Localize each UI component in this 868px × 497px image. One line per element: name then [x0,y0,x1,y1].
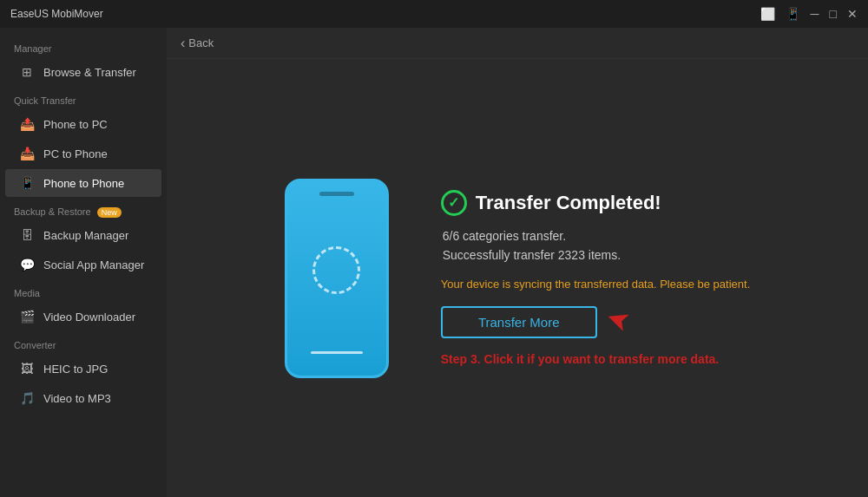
phone-circle [312,246,360,294]
sidebar-item-pc-to-phone[interactable]: 📥 PC to Phone [5,140,161,167]
section-converter: Converter [0,331,167,354]
window-controls: ⬜ 📱 ─ □ ✕ [760,7,858,21]
back-label: Back [188,36,214,49]
section-backup: Backup & Restore New [0,198,167,220]
phone-top-bar [319,192,354,196]
new-badge: New [97,207,122,218]
section-media: Media [0,279,167,302]
stats-line2: Successfully transfer 2323 items. [443,245,751,265]
sync-note: Your device is syncing the transferred d… [441,276,751,293]
social-icon: 💬 [19,257,35,272]
section-manager: Manager [0,35,167,57]
sidebar-item-video-downloader[interactable]: 🎬 Video Downloader [5,303,161,330]
result-stats: 6/6 categories transfer. Successfully tr… [441,226,751,265]
step-label: Step 3. Click it if you want to transfer… [441,352,751,366]
video-icon: 🎬 [19,309,35,324]
sidebar-item-social-app-manager[interactable]: 💬 Social App Manager [5,251,161,278]
nav-label-heic-to-jpg: HEIC to JPG [43,363,108,376]
arrow-area: Transfer More ➤ [441,303,751,338]
back-chevron-icon: ‹ [181,36,185,51]
nav-label-phone-to-pc: Phone to PC [43,118,108,131]
sidebar-item-heic-to-jpg[interactable]: 🖼 HEIC to JPG [5,355,161,383]
transfer-more-button[interactable]: Transfer More [441,306,597,338]
sidebar: Manager ⊞ Browse & Transfer Quick Transf… [0,28,167,497]
result-panel: ✓ Transfer Completed! 6/6 categories tra… [441,190,751,366]
stats-line1: 6/6 categories transfer. [443,226,751,245]
nav-label-video-to-mp3: Video to MP3 [43,392,111,405]
nav-label-video-downloader: Video Downloader [43,311,135,324]
nav-label-social-app-manager: Social App Manager [43,258,144,271]
arrow-icon: ➤ [601,301,634,340]
main-layout: Manager ⊞ Browse & Transfer Quick Transf… [0,28,868,497]
phone-bottom-bar [311,351,363,354]
section-quick-transfer: Quick Transfer [0,87,167,109]
sidebar-item-browse-transfer[interactable]: ⊞ Browse & Transfer [5,58,161,86]
check-circle-icon: ✓ [441,190,467,216]
sidebar-item-video-to-mp3[interactable]: 🎵 Video to MP3 [5,384,161,412]
nav-label-pc-to-phone: PC to Phone [43,147,108,160]
close-icon[interactable]: ✕ [847,7,858,21]
title-bar: EaseUS MobiMover ⬜ 📱 ─ □ ✕ [0,0,868,28]
result-title: ✓ Transfer Completed! [441,190,751,216]
image-icon: 🖼 [19,361,35,376]
nav-label-phone-to-phone: Phone to Phone [43,177,124,190]
phone-transfer-icon: 📱 [19,175,35,191]
content-header: ‹ Back [167,28,868,59]
minimize-icon[interactable]: ─ [811,7,819,21]
backup-icon: 🗄 [19,227,35,243]
music-icon: 🎵 [19,390,35,406]
sidebar-item-phone-to-pc[interactable]: 📤 Phone to PC [5,110,161,138]
result-title-text: Transfer Completed! [476,192,661,214]
sidebar-item-backup-manager[interactable]: 🗄 Backup Manager [5,221,161,249]
content-body: ✓ Transfer Completed! 6/6 categories tra… [167,59,868,497]
nav-label-backup-manager: Backup Manager [43,229,128,242]
monitor-icon[interactable]: ⬜ [760,7,775,21]
back-button[interactable]: ‹ Back [181,36,214,51]
phone-icon[interactable]: 📱 [786,7,800,21]
content-area: ‹ Back ✓ Transfer Completed! 6/6 categor… [167,28,868,497]
arrow-down-icon: 📥 [19,146,35,161]
app-title: EaseUS MobiMover [10,8,103,20]
grid-icon: ⊞ [19,64,35,80]
arrow-up-icon: 📤 [19,116,35,132]
phone-illustration [285,179,389,378]
nav-label-browse-transfer: Browse & Transfer [43,66,136,79]
sidebar-item-phone-to-phone[interactable]: 📱 Phone to Phone [5,169,161,197]
maximize-icon[interactable]: □ [830,7,837,21]
